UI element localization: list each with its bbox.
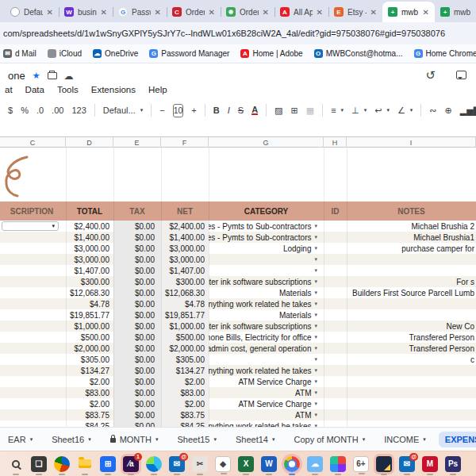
column-header-H[interactable]: H <box>324 137 347 148</box>
borders-button[interactable]: ⊞ <box>291 106 298 116</box>
font-selector[interactable]: Defaul...▾ <box>103 106 143 115</box>
edge-icon[interactable] <box>146 456 162 472</box>
chevron-down-icon[interactable]: ▾ <box>272 436 275 443</box>
total-cell[interactable]: $300.00 <box>66 276 109 287</box>
chevron-down-icon[interactable]: ▾ <box>314 267 317 274</box>
total-cell[interactable]: $305.00 <box>66 354 109 365</box>
id-cell[interactable] <box>324 232 347 243</box>
document-title[interactable]: one <box>8 70 25 82</box>
category-cell[interactable]: Printer ink software subscriptions▾ <box>209 321 317 332</box>
browser-tab-mwb[interactable]: +mwb✕ <box>435 2 476 22</box>
net-value[interactable]: $305.00 <box>161 354 205 365</box>
net-value[interactable]: $3,000.00 <box>161 243 205 254</box>
tax-value[interactable]: $0.00 <box>113 221 155 232</box>
copilot-icon[interactable] <box>54 456 70 472</box>
chevron-down-icon[interactable]: ▾ <box>314 290 317 296</box>
total-cell[interactable]: $12,068.30 <box>66 287 109 298</box>
chrome-icon[interactable] <box>284 456 300 472</box>
chevron-down-icon[interactable]: ▾ <box>88 436 91 443</box>
chevron-down-icon[interactable]: ▾ <box>314 412 317 418</box>
category-cell[interactable]: - anything work related he takes▾ <box>209 298 317 309</box>
id-cell[interactable] <box>324 287 347 298</box>
browser-tab-busine[interactable]: Wbusine✕ <box>59 2 113 22</box>
total-cell[interactable]: $19,851.77 <box>66 309 109 321</box>
menu-tools[interactable]: Tools <box>57 85 79 94</box>
category-cell[interactable]: ages - Pymts to Sub-contractors▾ <box>209 221 317 232</box>
version-history-icon[interactable]: ↺ <box>425 68 436 83</box>
notes-cell[interactable]: purchase camper for <box>347 243 474 254</box>
bold-button[interactable]: B <box>213 106 220 115</box>
chevron-down-icon[interactable]: ▾ <box>314 278 317 285</box>
vertical-align-button[interactable]: ⊥▾ <box>351 106 367 116</box>
tax-value[interactable]: $0.00 <box>113 376 155 387</box>
column-header-I[interactable]: I <box>347 137 476 148</box>
outlook-alt-icon[interactable]: ✉@ <box>399 456 415 472</box>
chevron-down-icon[interactable]: ▾ <box>314 401 317 407</box>
total-cell[interactable]: $1,407.00 <box>66 265 109 276</box>
category-cell[interactable]: - anything work related he takes▾ <box>209 365 317 376</box>
chevron-down-icon[interactable]: ▾ <box>213 436 217 443</box>
browser-tab-etsy-[interactable]: EEtsy -✕ <box>328 2 382 22</box>
chevron-down-icon[interactable]: ▾ <box>314 423 317 427</box>
net-value[interactable]: $300.00 <box>161 276 205 287</box>
notepad-icon[interactable] <box>376 456 392 472</box>
horizontal-align-button[interactable]: ≡▾ <box>331 106 344 115</box>
menu-help[interactable]: Help <box>148 85 167 94</box>
insert-chart-button[interactable]: ▂▅▇ <box>460 106 476 116</box>
category-cell[interactable]: ATM▾ <box>209 387 317 398</box>
adobe-app-icon[interactable]: ⁄a1 <box>123 456 139 472</box>
category-cell[interactable]: ATM▾ <box>209 409 317 420</box>
total-cell[interactable]: $4.78 <box>66 298 109 309</box>
notes-cell[interactable] <box>347 309 474 321</box>
total-cell[interactable]: $2,400.00 <box>66 221 109 232</box>
bookmark-home-chrome[interactable]: GHome Chrome <box>414 49 476 58</box>
browser-tab-passw[interactable]: GPassw✕ <box>113 2 167 22</box>
net-value[interactable]: $19,851.77 <box>161 309 205 321</box>
id-cell[interactable] <box>324 365 347 376</box>
insert-comment-button[interactable]: ⊕ <box>445 106 452 116</box>
search-icon[interactable] <box>8 456 24 472</box>
tax-value[interactable]: $0.00 <box>113 420 155 427</box>
merge-cells-button[interactable]: ▦ <box>306 106 314 116</box>
notes-cell[interactable]: Transfered Person <box>347 332 474 343</box>
tax-value[interactable]: $0.00 <box>113 387 155 398</box>
category-cell[interactable]: ages - Pymts to Sub-contractors▾ <box>209 232 317 243</box>
sheet-tab-copy-of-month[interactable]: Copy of MONTH▾ <box>287 432 371 447</box>
category-cell[interactable]: ▾ <box>209 354 317 365</box>
id-cell[interactable] <box>324 420 347 427</box>
comment-history-icon[interactable] <box>456 71 466 79</box>
notes-cell[interactable] <box>347 398 474 409</box>
chevron-down-icon[interactable]: ▾ <box>314 323 317 329</box>
chevron-down-icon[interactable]: ▾ <box>314 334 317 340</box>
menu-at[interactable]: at <box>5 85 13 94</box>
total-cell[interactable]: $1,400.00 <box>66 232 109 243</box>
id-cell[interactable] <box>324 387 347 398</box>
id-cell[interactable] <box>324 309 347 321</box>
notes-cell[interactable] <box>347 254 474 265</box>
text-wrap-button[interactable]: ↩▾ <box>374 106 390 116</box>
tab-close-icon[interactable]: ✕ <box>101 8 107 17</box>
word-icon[interactable]: W <box>261 456 277 472</box>
tax-value[interactable]: $0.00 <box>113 265 155 276</box>
url-text[interactable]: com/spreadsheets/d/1w1wSnyGXPlY5ySJrY7c-… <box>3 29 445 38</box>
category-cell[interactable]: n, admin cost, general operation▾ <box>209 343 317 354</box>
id-cell[interactable] <box>324 343 347 354</box>
more-formats-button[interactable]: 123 <box>71 106 86 115</box>
tax-value[interactable]: $0.00 <box>113 243 155 254</box>
sheet-tab-sheet16[interactable]: Sheet16▾ <box>45 432 98 447</box>
fill-color-button[interactable]: ▨ <box>274 106 282 116</box>
id-cell[interactable] <box>324 276 347 287</box>
column-header-E[interactable]: E <box>113 137 161 148</box>
net-value[interactable]: $12,068.30 <box>161 287 205 298</box>
bookmark-home-adobe[interactable]: AHome | Adobe <box>240 49 302 58</box>
total-cell[interactable]: $2.00 <box>66 376 109 387</box>
tax-value[interactable]: $0.00 <box>113 276 155 287</box>
total-cell[interactable]: $1,000.00 <box>66 321 109 332</box>
decrease-decimal-button[interactable]: .0 <box>36 106 44 115</box>
percent-format-button[interactable]: % <box>21 106 29 115</box>
copilot-365-icon[interactable]: ◆ <box>215 456 231 472</box>
tax-value[interactable]: $0.00 <box>113 287 155 298</box>
notes-cell[interactable]: For s <box>347 276 474 287</box>
net-value[interactable]: $83.00 <box>161 387 205 398</box>
notes-cell[interactable]: Michael Brushia 2 <box>347 221 474 232</box>
